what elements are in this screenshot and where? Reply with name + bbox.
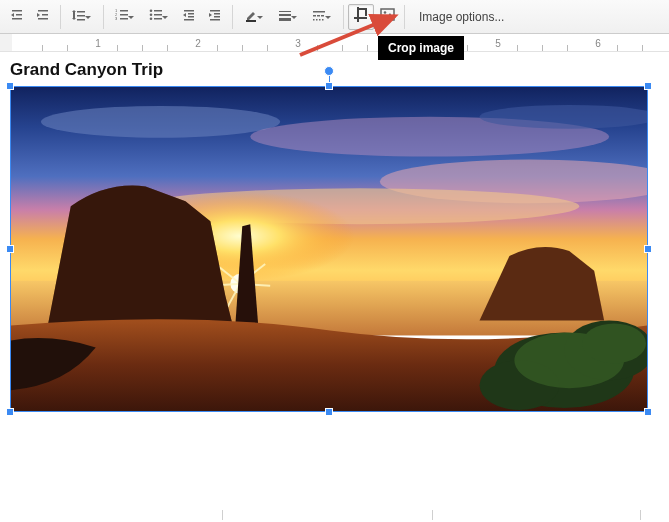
ruler-tick-1: 1: [92, 34, 104, 52]
indent-decrease-button[interactable]: [4, 4, 30, 30]
reset-image-icon: [380, 7, 395, 26]
line-spacing-button[interactable]: [65, 4, 99, 30]
resize-handle-sw[interactable]: [6, 408, 14, 416]
chevron-down-icon: [84, 8, 92, 26]
indent-increase-button[interactable]: [30, 4, 56, 30]
svg-point-5: [150, 17, 153, 20]
outdent-icon: [182, 8, 196, 26]
svg-point-19: [383, 11, 386, 14]
resize-handle-n[interactable]: [325, 82, 333, 90]
svg-rect-16: [319, 19, 321, 21]
svg-point-3: [150, 9, 153, 12]
toolbar-separator: [232, 5, 233, 29]
ruler-tick-3: 3: [292, 34, 304, 52]
resize-handle-s[interactable]: [325, 408, 333, 416]
indent-decrease-icon: [10, 8, 24, 26]
chevron-down-icon: [290, 8, 298, 26]
chevron-down-icon: [161, 8, 169, 26]
resize-handle-se[interactable]: [644, 408, 652, 416]
svg-rect-6: [246, 20, 256, 22]
toolbar-separator: [103, 5, 104, 29]
toolbar-separator: [343, 5, 344, 29]
svg-point-4: [150, 13, 153, 16]
svg-rect-14: [313, 19, 315, 21]
toolbar-separator: [404, 5, 405, 29]
resize-handle-w[interactable]: [6, 245, 14, 253]
ruler-tick-5: 5: [492, 34, 504, 52]
bottom-ruler-marks: [0, 508, 669, 522]
toolbar-separator: [60, 5, 61, 29]
outdent-button[interactable]: [176, 4, 202, 30]
ruler-margin-shade: [0, 34, 12, 51]
horizontal-ruler[interactable]: 1 2 3 4 5 6: [0, 34, 669, 52]
indent-increase-icon: [36, 8, 50, 26]
page-title: Grand Canyon Trip: [10, 60, 659, 80]
border-weight-button[interactable]: [271, 4, 305, 30]
toolbar: 123: [0, 0, 669, 34]
bulleted-list-button[interactable]: [142, 4, 176, 30]
indent-icon: [208, 8, 222, 26]
ruler-tick-2: 2: [192, 34, 204, 52]
border-color-button[interactable]: [237, 4, 271, 30]
svg-rect-12: [317, 15, 320, 17]
chevron-down-icon: [256, 8, 264, 26]
svg-rect-15: [316, 19, 318, 21]
selected-image[interactable]: [10, 86, 648, 412]
svg-rect-11: [313, 15, 316, 17]
crop-icon: [354, 7, 369, 26]
svg-rect-18: [381, 9, 394, 20]
numbered-list-button[interactable]: 123: [108, 4, 142, 30]
chevron-down-icon: [127, 8, 135, 26]
crop-image-button[interactable]: [348, 4, 374, 30]
svg-point-40: [582, 324, 646, 364]
image-options-button[interactable]: Image options...: [409, 4, 514, 30]
ruler-tick-6: 6: [592, 34, 604, 52]
resize-handle-nw[interactable]: [6, 82, 14, 90]
document-area: Grand Canyon Trip: [0, 52, 669, 412]
chevron-down-icon: [324, 8, 332, 26]
rotation-handle[interactable]: [324, 66, 334, 76]
resize-handle-ne[interactable]: [644, 82, 652, 90]
indent-button[interactable]: [202, 4, 228, 30]
svg-text:3: 3: [115, 16, 118, 21]
reset-image-button[interactable]: [374, 4, 400, 30]
landscape-photo: [11, 87, 647, 411]
border-dash-button[interactable]: [305, 4, 339, 30]
crop-image-tooltip: Crop image: [378, 36, 464, 60]
image-options-label: Image options...: [419, 10, 504, 24]
resize-handle-e[interactable]: [644, 245, 652, 253]
